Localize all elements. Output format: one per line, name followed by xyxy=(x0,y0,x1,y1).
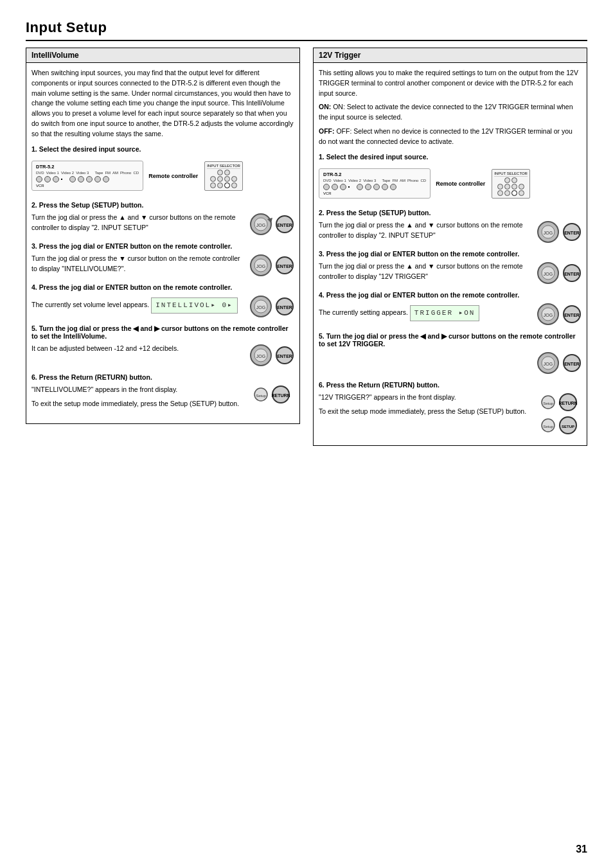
right-step-3-heading: 3. Press the jog dial or ENTER button on… xyxy=(319,250,582,258)
svg-text:JOG: JOG xyxy=(544,313,553,317)
right-step-5-heading: 5. Turn the jog dial or press the ◀ and … xyxy=(319,332,582,348)
svg-text:JOG: JOG xyxy=(544,231,553,235)
setup-btn-icon-l6: Setup xyxy=(253,387,269,402)
right-dtr-label: DTR-5.2 xyxy=(323,172,426,177)
right-step-1-heading: 1. Select the desired input source. xyxy=(319,153,582,161)
svg-text:ENTER: ENTER xyxy=(564,272,580,276)
setup-btn-icon-r6a: Setup xyxy=(540,394,556,410)
left-remote-ctrl-1: INPUT SELECTOR xyxy=(204,161,243,191)
enter-btn-icon-r2: ENTER xyxy=(562,222,582,242)
svg-text:ENTER: ENTER xyxy=(277,354,292,359)
left-step-5-text: It can be adjusted between -12 and +12 d… xyxy=(31,344,244,354)
enter-btn-icon-l4: ENTER xyxy=(275,297,294,316)
jog-dial-icon-r4: JOG xyxy=(537,303,560,326)
svg-text:ENTER: ENTER xyxy=(277,223,292,227)
enter-btn-icon-l5: ENTER xyxy=(275,346,294,365)
jog-dial-icon-l2: JOG xyxy=(249,213,272,236)
left-step-3-text: Turn the jog dial or press the ▼ cursor … xyxy=(31,254,244,274)
enter-btn-icon-r4: ENTER xyxy=(562,305,582,324)
svg-text:ENTER: ENTER xyxy=(564,362,580,366)
svg-text:RETURN: RETURN xyxy=(271,393,290,398)
trigger-section: 12V Trigger This setting allows you to m… xyxy=(313,48,587,452)
setup-btn-icon-r6b: Setup xyxy=(540,418,556,433)
left-step-6-text: "INTELLIVOLUME?" appears in the front di… xyxy=(31,385,244,413)
right-step-2-heading: 2. Press the Setup (SETUP) button. xyxy=(319,209,582,217)
left-dtr-label: DTR-5.2 xyxy=(36,164,139,170)
jog-dial-icon-l4: JOG xyxy=(249,295,272,318)
right-remote-ctrl-1: INPUT SELECTOR xyxy=(492,169,530,199)
svg-text:Setup: Setup xyxy=(543,425,553,429)
right-step-2-text: Turn the jog dial or press the ▲ and ▼ c… xyxy=(319,220,531,241)
enter-btn-icon-l3: ENTER xyxy=(275,256,294,275)
left-remote-label-1: Remote controller xyxy=(148,173,198,179)
svg-text:Setup: Setup xyxy=(256,394,266,398)
svg-text:JOG: JOG xyxy=(544,272,553,276)
enter-btn-icon-r5: ENTER xyxy=(562,353,582,373)
enter-btn-icon-r3: ENTER xyxy=(562,263,582,283)
svg-text:JOG: JOG xyxy=(544,362,553,366)
return-btn-icon-l6: RETURN xyxy=(271,385,290,404)
svg-text:JOG: JOG xyxy=(256,264,265,269)
left-step-3-heading: 3. Press the jog dial or ENTER button on… xyxy=(31,242,294,250)
svg-text:Setup: Setup xyxy=(543,402,553,405)
intellivolume-title: IntelliVolume xyxy=(26,48,299,63)
return-btn-icon-r6: RETURN xyxy=(558,393,578,412)
trigger-title: 12V Trigger xyxy=(314,48,587,63)
left-step-1-heading: 1. Select the desired input source. xyxy=(31,145,294,153)
jog-dial-icon-l5: JOG xyxy=(249,344,272,367)
svg-text:ENTER: ENTER xyxy=(564,313,580,317)
svg-text:ENTER: ENTER xyxy=(277,264,292,269)
page-number: 31 xyxy=(576,844,587,855)
left-display-lcd: INTELLIVOL▸ 0▸ xyxy=(151,297,237,314)
intellivolume-intro: When switching input sources, you may fi… xyxy=(31,68,294,139)
jog-dial-icon-r2: JOG xyxy=(537,220,560,244)
svg-text:ENTER: ENTER xyxy=(564,231,580,235)
setup-enter-icon-r6b: SETUP xyxy=(558,416,578,435)
enter-btn-icon-l2: ENTER xyxy=(275,215,294,234)
trigger-on-text: ON: ON: Select to activate the device co… xyxy=(319,102,582,123)
right-step-3-text: Turn the jog dial or press the ▲ and ▼ c… xyxy=(319,261,531,282)
left-step-4-text: The currently set volume level appears. … xyxy=(31,295,244,316)
right-step-4-text: The currently setting appears. TRIGGER ▸… xyxy=(319,303,531,324)
svg-text:JOG: JOG xyxy=(256,223,265,227)
right-step-6-text: "12V TRIGGER?" appears in the front disp… xyxy=(319,393,531,421)
jog-dial-icon-r5: JOG xyxy=(537,351,560,375)
right-remote-label-1: Remote controller xyxy=(436,181,485,187)
svg-text:ENTER: ENTER xyxy=(277,305,292,310)
left-step-2-heading: 2. Press the Setup (SETUP) button. xyxy=(31,201,294,209)
jog-dial-icon-r3: JOG xyxy=(537,261,560,285)
right-step-4-heading: 4. Press the jog dial or ENTER button on… xyxy=(319,291,582,299)
trigger-intro: This setting allows you to make the requ… xyxy=(319,68,582,98)
svg-text:RETURN: RETURN xyxy=(558,401,577,405)
svg-text:SETUP: SETUP xyxy=(562,425,574,429)
left-step-5-heading: 5. Turn the jog dial or press the ◀ and … xyxy=(31,324,294,340)
right-step-6-heading: 6. Press the Return (RETURN) button. xyxy=(319,381,582,389)
left-step-4-heading: 4. Press the jog dial or ENTER button on… xyxy=(31,283,294,291)
svg-text:JOG: JOG xyxy=(256,305,265,310)
trigger-off-text: OFF: OFF: Select when no device is conne… xyxy=(319,127,582,147)
right-display-lcd: TRIGGER ▸ON xyxy=(410,305,480,321)
page-title: Input Setup xyxy=(26,19,587,41)
svg-text:JOG: JOG xyxy=(256,354,265,359)
jog-dial-icon-l3: JOG xyxy=(249,254,272,277)
left-step-2-text: Turn the jog dial or press the ▲ and ▼ c… xyxy=(31,213,244,233)
left-step-6-heading: 6. Press the Return (RETURN) button. xyxy=(31,373,294,381)
intellivolume-section: IntelliVolume When switching input sourc… xyxy=(26,48,300,452)
